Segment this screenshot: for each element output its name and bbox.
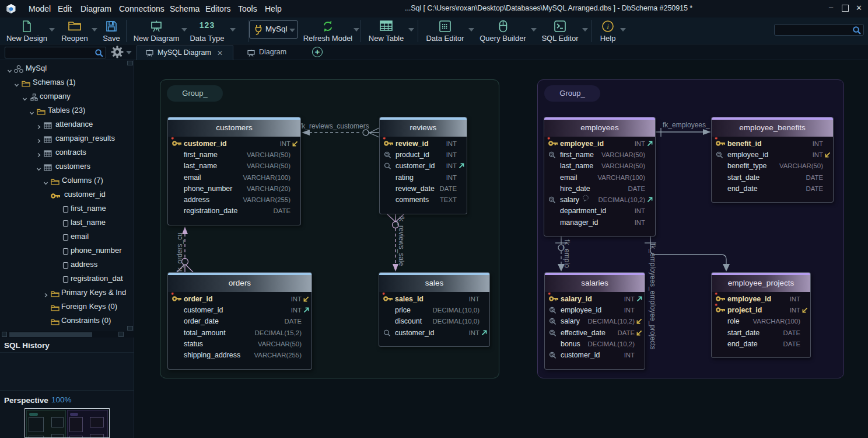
svg-text:i: i <box>607 22 609 31</box>
